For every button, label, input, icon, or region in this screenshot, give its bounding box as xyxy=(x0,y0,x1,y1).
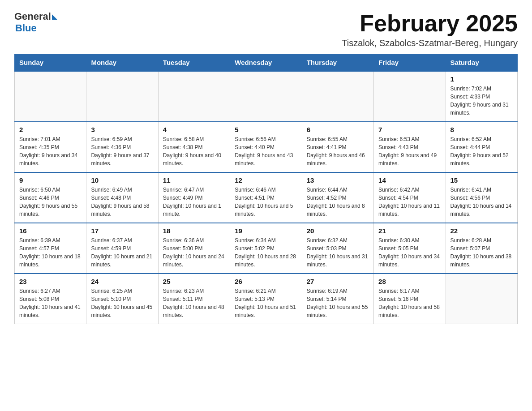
day-info: Sunrise: 6:47 AM Sunset: 4:49 PM Dayligh… xyxy=(163,186,225,218)
calendar-cell: 19Sunrise: 6:34 AM Sunset: 5:02 PM Dayli… xyxy=(230,223,302,274)
day-number: 24 xyxy=(91,278,153,285)
calendar-cell xyxy=(86,71,158,122)
calendar-cell: 23Sunrise: 6:27 AM Sunset: 5:08 PM Dayli… xyxy=(15,274,86,324)
calendar-cell: 6Sunrise: 6:55 AM Sunset: 4:41 PM Daylig… xyxy=(302,122,373,172)
weekday-header-sunday: Sunday xyxy=(15,54,86,72)
calendar-week-row: 9Sunrise: 6:50 AM Sunset: 4:46 PM Daylig… xyxy=(15,172,518,223)
day-info: Sunrise: 6:49 AM Sunset: 4:48 PM Dayligh… xyxy=(91,186,153,218)
calendar-cell: 18Sunrise: 6:36 AM Sunset: 5:00 PM Dayli… xyxy=(158,223,230,274)
day-info: Sunrise: 6:41 AM Sunset: 4:56 PM Dayligh… xyxy=(450,186,513,218)
calendar-header-row: SundayMondayTuesdayWednesdayThursdayFrid… xyxy=(15,54,518,72)
day-info: Sunrise: 6:58 AM Sunset: 4:38 PM Dayligh… xyxy=(163,135,225,167)
day-number: 11 xyxy=(163,176,225,184)
day-info: Sunrise: 6:59 AM Sunset: 4:36 PM Dayligh… xyxy=(91,135,153,167)
day-info: Sunrise: 6:27 AM Sunset: 5:08 PM Dayligh… xyxy=(19,287,82,319)
day-info: Sunrise: 6:50 AM Sunset: 4:46 PM Dayligh… xyxy=(19,186,82,218)
day-number: 16 xyxy=(19,227,82,235)
day-number: 4 xyxy=(163,126,225,133)
day-number: 9 xyxy=(19,176,82,184)
day-number: 22 xyxy=(450,227,513,235)
calendar-cell: 1Sunrise: 7:02 AM Sunset: 4:33 PM Daylig… xyxy=(446,71,517,122)
weekday-header-friday: Friday xyxy=(374,54,446,72)
calendar-cell: 3Sunrise: 6:59 AM Sunset: 4:36 PM Daylig… xyxy=(86,122,158,172)
calendar-cell: 5Sunrise: 6:56 AM Sunset: 4:40 PM Daylig… xyxy=(230,122,302,172)
page-header: General Blue February 2025 Tiszalok, Sza… xyxy=(14,11,518,48)
calendar-cell: 4Sunrise: 6:58 AM Sunset: 4:38 PM Daylig… xyxy=(158,122,230,172)
calendar-table: SundayMondayTuesdayWednesdayThursdayFrid… xyxy=(14,54,518,324)
calendar-cell xyxy=(230,71,302,122)
day-number: 18 xyxy=(163,227,225,235)
calendar-cell: 14Sunrise: 6:42 AM Sunset: 4:54 PM Dayli… xyxy=(374,172,446,223)
day-number: 21 xyxy=(378,227,441,235)
day-info: Sunrise: 6:44 AM Sunset: 4:52 PM Dayligh… xyxy=(307,186,369,218)
day-info: Sunrise: 6:32 AM Sunset: 5:03 PM Dayligh… xyxy=(307,236,369,269)
day-number: 19 xyxy=(235,227,297,235)
calendar-cell: 21Sunrise: 6:30 AM Sunset: 5:05 PM Dayli… xyxy=(374,223,446,274)
calendar-cell: 11Sunrise: 6:47 AM Sunset: 4:49 PM Dayli… xyxy=(158,172,230,223)
day-number: 23 xyxy=(19,278,82,285)
day-info: Sunrise: 6:23 AM Sunset: 5:11 PM Dayligh… xyxy=(163,287,225,319)
weekday-header-wednesday: Wednesday xyxy=(230,54,302,72)
weekday-header-thursday: Thursday xyxy=(302,54,373,72)
day-number: 17 xyxy=(91,227,153,235)
day-info: Sunrise: 7:02 AM Sunset: 4:33 PM Dayligh… xyxy=(450,85,513,117)
weekday-header-monday: Monday xyxy=(86,54,158,72)
calendar-cell: 2Sunrise: 7:01 AM Sunset: 4:35 PM Daylig… xyxy=(15,122,86,172)
logo: General Blue xyxy=(14,11,57,34)
day-number: 13 xyxy=(307,176,369,184)
calendar-cell: 22Sunrise: 6:28 AM Sunset: 5:07 PM Dayli… xyxy=(446,223,517,274)
calendar-week-row: 23Sunrise: 6:27 AM Sunset: 5:08 PM Dayli… xyxy=(15,274,518,324)
day-info: Sunrise: 6:53 AM Sunset: 4:43 PM Dayligh… xyxy=(378,135,441,167)
day-info: Sunrise: 6:39 AM Sunset: 4:57 PM Dayligh… xyxy=(19,236,82,269)
day-number: 5 xyxy=(235,126,297,133)
day-info: Sunrise: 6:25 AM Sunset: 5:10 PM Dayligh… xyxy=(91,287,153,319)
day-info: Sunrise: 6:37 AM Sunset: 4:59 PM Dayligh… xyxy=(91,236,153,269)
calendar-cell: 7Sunrise: 6:53 AM Sunset: 4:43 PM Daylig… xyxy=(374,122,446,172)
location-title: Tiszalok, Szabolcs-Szatmar-Bereg, Hungar… xyxy=(342,38,518,48)
day-info: Sunrise: 6:46 AM Sunset: 4:51 PM Dayligh… xyxy=(235,186,297,218)
calendar-cell: 20Sunrise: 6:32 AM Sunset: 5:03 PM Dayli… xyxy=(302,223,373,274)
calendar-cell: 15Sunrise: 6:41 AM Sunset: 4:56 PM Dayli… xyxy=(446,172,517,223)
day-info: Sunrise: 6:34 AM Sunset: 5:02 PM Dayligh… xyxy=(235,236,297,269)
day-info: Sunrise: 6:56 AM Sunset: 4:40 PM Dayligh… xyxy=(235,135,297,167)
calendar-cell: 8Sunrise: 6:52 AM Sunset: 4:44 PM Daylig… xyxy=(446,122,517,172)
weekday-header-saturday: Saturday xyxy=(446,54,517,72)
logo-arrow-icon xyxy=(52,14,57,20)
day-info: Sunrise: 6:28 AM Sunset: 5:07 PM Dayligh… xyxy=(450,236,513,269)
day-number: 6 xyxy=(307,126,369,133)
day-number: 8 xyxy=(450,126,513,133)
calendar-cell: 25Sunrise: 6:23 AM Sunset: 5:11 PM Dayli… xyxy=(158,274,230,324)
calendar-cell: 12Sunrise: 6:46 AM Sunset: 4:51 PM Dayli… xyxy=(230,172,302,223)
calendar-week-row: 2Sunrise: 7:01 AM Sunset: 4:35 PM Daylig… xyxy=(15,122,518,172)
day-number: 7 xyxy=(378,126,441,133)
calendar-cell: 10Sunrise: 6:49 AM Sunset: 4:48 PM Dayli… xyxy=(86,172,158,223)
calendar-cell: 28Sunrise: 6:17 AM Sunset: 5:16 PM Dayli… xyxy=(374,274,446,324)
day-info: Sunrise: 6:21 AM Sunset: 5:13 PM Dayligh… xyxy=(235,287,297,319)
day-number: 3 xyxy=(91,126,153,133)
calendar-cell xyxy=(158,71,230,122)
logo-blue-text: Blue xyxy=(15,22,57,34)
calendar-cell: 13Sunrise: 6:44 AM Sunset: 4:52 PM Dayli… xyxy=(302,172,373,223)
weekday-header-tuesday: Tuesday xyxy=(158,54,230,72)
calendar-cell: 17Sunrise: 6:37 AM Sunset: 4:59 PM Dayli… xyxy=(86,223,158,274)
calendar-cell: 26Sunrise: 6:21 AM Sunset: 5:13 PM Dayli… xyxy=(230,274,302,324)
day-number: 14 xyxy=(378,176,441,184)
month-title: February 2025 xyxy=(342,11,518,36)
calendar-cell: 27Sunrise: 6:19 AM Sunset: 5:14 PM Dayli… xyxy=(302,274,373,324)
calendar-cell: 24Sunrise: 6:25 AM Sunset: 5:10 PM Dayli… xyxy=(86,274,158,324)
day-number: 12 xyxy=(235,176,297,184)
calendar-cell xyxy=(15,71,86,122)
day-info: Sunrise: 6:17 AM Sunset: 5:16 PM Dayligh… xyxy=(378,287,441,319)
day-number: 1 xyxy=(450,75,513,83)
day-number: 15 xyxy=(450,176,513,184)
title-block: February 2025 Tiszalok, Szabolcs-Szatmar… xyxy=(342,11,518,48)
calendar-cell: 9Sunrise: 6:50 AM Sunset: 4:46 PM Daylig… xyxy=(15,172,86,223)
calendar-cell xyxy=(374,71,446,122)
calendar-week-row: 16Sunrise: 6:39 AM Sunset: 4:57 PM Dayli… xyxy=(15,223,518,274)
calendar-cell xyxy=(302,71,373,122)
day-info: Sunrise: 6:42 AM Sunset: 4:54 PM Dayligh… xyxy=(378,186,441,218)
day-info: Sunrise: 6:55 AM Sunset: 4:41 PM Dayligh… xyxy=(307,135,369,167)
day-number: 26 xyxy=(235,278,297,285)
day-number: 2 xyxy=(19,126,82,133)
day-number: 25 xyxy=(163,278,225,285)
